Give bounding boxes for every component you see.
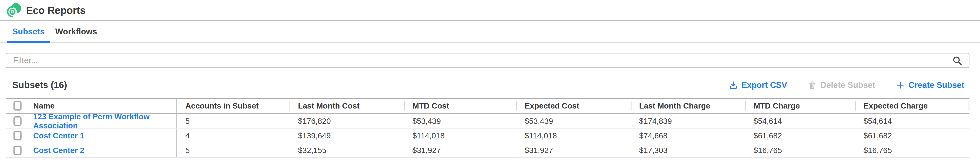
cell-expected-cost: $53,439 bbox=[516, 117, 631, 126]
cell-mtd-charge: $61,682 bbox=[745, 131, 855, 140]
cell-last-month-charge: $17,303 bbox=[631, 146, 745, 155]
export-csv-label: Export CSV bbox=[741, 80, 787, 90]
table-actions: Export CSV Delete Subset Create Subset bbox=[729, 80, 964, 90]
export-csv-button[interactable]: Export CSV bbox=[729, 80, 787, 90]
tab-workflows-label: Workflows bbox=[55, 27, 97, 36]
app-header: Eco Reports bbox=[0, 0, 980, 21]
tab-subsets-label: Subsets bbox=[12, 27, 45, 36]
tab-bar: Subsets Workflows bbox=[0, 21, 980, 43]
column-header-name: Name bbox=[28, 99, 177, 113]
create-subset-label: Create Subset bbox=[908, 80, 964, 90]
select-all-checkbox[interactable] bbox=[13, 101, 22, 111]
table-row: Cost Center 1 4 $139,649 $114,018 $114,0… bbox=[6, 128, 969, 143]
create-subset-button[interactable]: Create Subset bbox=[896, 80, 964, 90]
filter-bar bbox=[0, 43, 980, 68]
table-row: Cost Center 2 5 $32,155 $31,927 $31,927 … bbox=[6, 143, 969, 158]
section-title: Subsets (16) bbox=[12, 80, 67, 90]
delete-subset-label: Delete Subset bbox=[820, 80, 875, 90]
cell-last-month-cost: $32,155 bbox=[290, 146, 404, 155]
cell-last-month-cost: $176,820 bbox=[290, 117, 404, 126]
search-icon[interactable] bbox=[952, 56, 963, 66]
section-bar: Subsets (16) Export CSV Delete Subset bbox=[0, 80, 980, 90]
column-header-last-month-charge: Last Month Charge bbox=[631, 99, 745, 113]
row-checkbox-cell bbox=[6, 114, 28, 128]
plus-icon bbox=[896, 81, 905, 90]
cell-accounts-in-subset: 5 bbox=[177, 146, 290, 155]
cell-expected-charge: $16,765 bbox=[855, 146, 969, 155]
trash-icon bbox=[808, 81, 817, 90]
cell-name: Cost Center 2 bbox=[28, 143, 177, 157]
subset-name-link[interactable]: 123 Example of Perm Workflow Association bbox=[33, 112, 176, 130]
column-header-expected-cost: Expected Cost bbox=[516, 99, 631, 113]
column-header-mtd-charge: MTD Charge bbox=[745, 99, 855, 113]
row-checkbox[interactable] bbox=[13, 146, 22, 155]
cell-expected-cost: $31,927 bbox=[516, 146, 631, 155]
page-title: Eco Reports bbox=[26, 4, 86, 16]
download-icon bbox=[729, 81, 738, 90]
column-header-mtd-cost: MTD Cost bbox=[404, 99, 516, 113]
cell-mtd-cost: $53,439 bbox=[404, 117, 516, 126]
cell-accounts-in-subset: 5 bbox=[177, 117, 290, 126]
table-header-checkbox-cell bbox=[6, 99, 28, 113]
row-checkbox-cell bbox=[6, 143, 28, 157]
cell-last-month-charge: $74,668 bbox=[631, 131, 745, 140]
cell-mtd-charge: $54,614 bbox=[745, 117, 855, 126]
cell-mtd-cost: $114,018 bbox=[404, 131, 516, 140]
cell-expected-charge: $61,682 bbox=[855, 131, 969, 140]
eco-swirl-logo-icon bbox=[7, 3, 22, 18]
cell-last-month-charge: $174,839 bbox=[631, 117, 745, 126]
table-row: 123 Example of Perm Workflow Association… bbox=[6, 114, 969, 128]
subset-name-link[interactable]: Cost Center 1 bbox=[33, 131, 84, 140]
column-header-last-month-cost: Last Month Cost bbox=[290, 99, 404, 113]
cell-mtd-cost: $31,927 bbox=[404, 146, 516, 155]
cell-expected-charge: $54,614 bbox=[855, 117, 969, 126]
table-header-row: Name Accounts in Subset Last Month Cost … bbox=[6, 99, 969, 114]
cell-last-month-cost: $139,649 bbox=[290, 131, 404, 140]
cell-expected-cost: $114,018 bbox=[516, 131, 631, 140]
subset-name-link[interactable]: Cost Center 2 bbox=[33, 146, 84, 155]
column-header-accounts-in-subset: Accounts in Subset bbox=[177, 101, 290, 110]
row-checkbox[interactable] bbox=[13, 131, 22, 140]
row-checkbox-cell bbox=[6, 128, 28, 143]
tab-workflows[interactable]: Workflows bbox=[50, 21, 103, 42]
row-checkbox[interactable] bbox=[13, 116, 22, 126]
cell-name: Cost Center 1 bbox=[28, 128, 177, 143]
tab-subsets[interactable]: Subsets bbox=[7, 21, 50, 42]
column-header-expected-charge: Expected Charge bbox=[855, 99, 969, 113]
delete-subset-button[interactable]: Delete Subset bbox=[808, 80, 875, 90]
cell-mtd-charge: $16,765 bbox=[745, 146, 855, 155]
filter-input[interactable] bbox=[6, 53, 969, 68]
subsets-table: Name Accounts in Subset Last Month Cost … bbox=[6, 98, 969, 158]
cell-name: 123 Example of Perm Workflow Association bbox=[28, 114, 177, 128]
cell-accounts-in-subset: 4 bbox=[177, 131, 290, 140]
